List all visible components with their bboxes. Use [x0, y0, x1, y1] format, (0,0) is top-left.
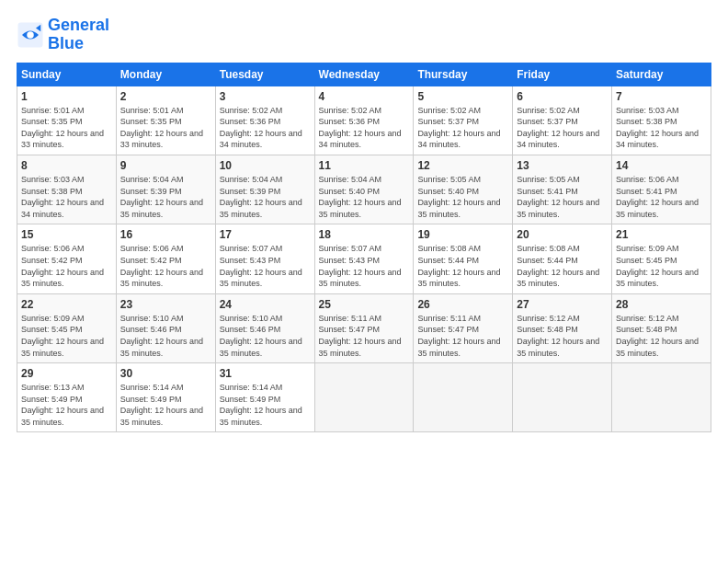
day-number: 3: [220, 90, 311, 103]
weekday-header: Wednesday: [314, 63, 414, 86]
day-info: Sunrise: 5:06 AMSunset: 5:41 PMDaylight:…: [616, 175, 699, 219]
page-container: GeneralBlue SundayMondayTuesdayWednesday…: [0, 0, 728, 442]
day-number: 7: [616, 90, 707, 103]
day-info: Sunrise: 5:02 AMSunset: 5:36 PMDaylight:…: [319, 106, 402, 150]
day-info: Sunrise: 5:02 AMSunset: 5:37 PMDaylight:…: [517, 106, 599, 150]
day-number: 9: [120, 159, 211, 172]
day-info: Sunrise: 5:13 AMSunset: 5:49 PMDaylight:…: [21, 383, 104, 427]
header-row: SundayMondayTuesdayWednesdayThursdayFrid…: [17, 63, 711, 86]
day-number: 28: [616, 298, 707, 311]
day-info: Sunrise: 5:04 AMSunset: 5:40 PMDaylight:…: [319, 175, 402, 219]
calendar-cell: 3 Sunrise: 5:02 AMSunset: 5:36 PMDayligh…: [215, 86, 314, 155]
calendar-cell: 20 Sunrise: 5:08 AMSunset: 5:44 PMDaylig…: [513, 224, 612, 293]
day-info: Sunrise: 5:06 AMSunset: 5:42 PMDaylight:…: [21, 244, 104, 288]
day-number: 1: [21, 90, 112, 103]
weekday-header: Sunday: [17, 63, 117, 86]
calendar-cell: [414, 363, 513, 432]
calendar-week: 29 Sunrise: 5:13 AMSunset: 5:49 PMDaylig…: [17, 363, 711, 432]
day-number: 2: [120, 90, 211, 103]
calendar-cell: 19 Sunrise: 5:08 AMSunset: 5:44 PMDaylig…: [414, 224, 513, 293]
day-number: 10: [220, 159, 311, 172]
day-info: Sunrise: 5:14 AMSunset: 5:49 PMDaylight:…: [120, 383, 203, 427]
day-number: 13: [517, 159, 608, 172]
calendar-table: SundayMondayTuesdayWednesdayThursdayFrid…: [17, 63, 711, 433]
day-info: Sunrise: 5:09 AMSunset: 5:45 PMDaylight:…: [616, 244, 699, 288]
day-number: 12: [417, 159, 508, 172]
calendar-cell: 11 Sunrise: 5:04 AMSunset: 5:40 PMDaylig…: [314, 155, 414, 224]
day-info: Sunrise: 5:06 AMSunset: 5:42 PMDaylight:…: [120, 244, 203, 288]
logo-icon: [17, 21, 44, 49]
calendar-cell: 17 Sunrise: 5:07 AMSunset: 5:43 PMDaylig…: [215, 224, 314, 293]
calendar-cell: 16 Sunrise: 5:06 AMSunset: 5:42 PMDaylig…: [116, 224, 215, 293]
day-info: Sunrise: 5:01 AMSunset: 5:35 PMDaylight:…: [120, 106, 203, 150]
day-info: Sunrise: 5:14 AMSunset: 5:49 PMDaylight:…: [220, 383, 302, 427]
day-number: 18: [319, 228, 410, 241]
day-number: 15: [21, 228, 112, 241]
day-number: 30: [120, 367, 211, 380]
calendar-cell: 10 Sunrise: 5:04 AMSunset: 5:39 PMDaylig…: [215, 155, 314, 224]
calendar-cell: 23 Sunrise: 5:10 AMSunset: 5:46 PMDaylig…: [116, 293, 215, 362]
weekday-header: Thursday: [414, 63, 513, 86]
day-number: 17: [220, 228, 311, 241]
day-number: 27: [517, 298, 608, 311]
calendar-cell: [513, 363, 612, 432]
day-number: 29: [21, 367, 112, 380]
calendar-cell: 21 Sunrise: 5:09 AMSunset: 5:45 PMDaylig…: [612, 224, 711, 293]
weekday-header: Saturday: [612, 63, 711, 86]
calendar-cell: 12 Sunrise: 5:05 AMSunset: 5:40 PMDaylig…: [414, 155, 513, 224]
weekday-header: Tuesday: [215, 63, 314, 86]
calendar-cell: 6 Sunrise: 5:02 AMSunset: 5:37 PMDayligh…: [513, 86, 612, 155]
calendar-cell: [612, 363, 711, 432]
calendar-cell: 15 Sunrise: 5:06 AMSunset: 5:42 PMDaylig…: [17, 224, 117, 293]
day-info: Sunrise: 5:07 AMSunset: 5:43 PMDaylight:…: [319, 244, 402, 288]
day-number: 6: [517, 90, 608, 103]
calendar-cell: 31 Sunrise: 5:14 AMSunset: 5:49 PMDaylig…: [215, 363, 314, 432]
day-info: Sunrise: 5:05 AMSunset: 5:40 PMDaylight:…: [417, 175, 500, 219]
day-info: Sunrise: 5:11 AMSunset: 5:47 PMDaylight:…: [417, 314, 500, 358]
calendar-cell: 1 Sunrise: 5:01 AMSunset: 5:35 PMDayligh…: [17, 86, 117, 155]
calendar-cell: 9 Sunrise: 5:04 AMSunset: 5:39 PMDayligh…: [116, 155, 215, 224]
day-info: Sunrise: 5:12 AMSunset: 5:48 PMDaylight:…: [517, 314, 599, 358]
calendar-cell: 25 Sunrise: 5:11 AMSunset: 5:47 PMDaylig…: [314, 293, 414, 362]
day-info: Sunrise: 5:10 AMSunset: 5:46 PMDaylight:…: [220, 314, 302, 358]
day-number: 16: [120, 228, 211, 241]
day-info: Sunrise: 5:04 AMSunset: 5:39 PMDaylight:…: [120, 175, 203, 219]
calendar-cell: 4 Sunrise: 5:02 AMSunset: 5:36 PMDayligh…: [314, 86, 414, 155]
calendar-cell: 13 Sunrise: 5:05 AMSunset: 5:41 PMDaylig…: [513, 155, 612, 224]
day-number: 23: [120, 298, 211, 311]
day-number: 24: [220, 298, 311, 311]
day-number: 26: [417, 298, 508, 311]
day-number: 19: [417, 228, 508, 241]
calendar-cell: 2 Sunrise: 5:01 AMSunset: 5:35 PMDayligh…: [116, 86, 215, 155]
logo: GeneralBlue: [17, 17, 109, 53]
day-number: 8: [21, 159, 112, 172]
calendar-cell: 5 Sunrise: 5:02 AMSunset: 5:37 PMDayligh…: [414, 86, 513, 155]
calendar-cell: 24 Sunrise: 5:10 AMSunset: 5:46 PMDaylig…: [215, 293, 314, 362]
calendar-cell: 30 Sunrise: 5:14 AMSunset: 5:49 PMDaylig…: [116, 363, 215, 432]
calendar-cell: 27 Sunrise: 5:12 AMSunset: 5:48 PMDaylig…: [513, 293, 612, 362]
calendar-cell: 26 Sunrise: 5:11 AMSunset: 5:47 PMDaylig…: [414, 293, 513, 362]
calendar-cell: 14 Sunrise: 5:06 AMSunset: 5:41 PMDaylig…: [612, 155, 711, 224]
day-info: Sunrise: 5:03 AMSunset: 5:38 PMDaylight:…: [616, 106, 699, 150]
calendar-cell: 7 Sunrise: 5:03 AMSunset: 5:38 PMDayligh…: [612, 86, 711, 155]
day-number: 22: [21, 298, 112, 311]
day-info: Sunrise: 5:04 AMSunset: 5:39 PMDaylight:…: [220, 175, 302, 219]
day-info: Sunrise: 5:12 AMSunset: 5:48 PMDaylight:…: [616, 314, 699, 358]
calendar-cell: 22 Sunrise: 5:09 AMSunset: 5:45 PMDaylig…: [17, 293, 117, 362]
day-number: 25: [319, 298, 410, 311]
day-info: Sunrise: 5:07 AMSunset: 5:43 PMDaylight:…: [220, 244, 302, 288]
calendar-cell: 8 Sunrise: 5:03 AMSunset: 5:38 PMDayligh…: [17, 155, 117, 224]
calendar-cell: 28 Sunrise: 5:12 AMSunset: 5:48 PMDaylig…: [612, 293, 711, 362]
weekday-header: Friday: [513, 63, 612, 86]
day-info: Sunrise: 5:05 AMSunset: 5:41 PMDaylight:…: [517, 175, 599, 219]
day-info: Sunrise: 5:01 AMSunset: 5:35 PMDaylight:…: [21, 106, 104, 150]
day-number: 31: [220, 367, 311, 380]
day-number: 11: [319, 159, 410, 172]
calendar-week: 22 Sunrise: 5:09 AMSunset: 5:45 PMDaylig…: [17, 293, 711, 362]
calendar-week: 15 Sunrise: 5:06 AMSunset: 5:42 PMDaylig…: [17, 224, 711, 293]
day-info: Sunrise: 5:08 AMSunset: 5:44 PMDaylight:…: [517, 244, 599, 288]
day-number: 14: [616, 159, 707, 172]
day-number: 4: [319, 90, 410, 103]
logo-text: GeneralBlue: [48, 17, 109, 53]
day-info: Sunrise: 5:02 AMSunset: 5:36 PMDaylight:…: [220, 106, 302, 150]
